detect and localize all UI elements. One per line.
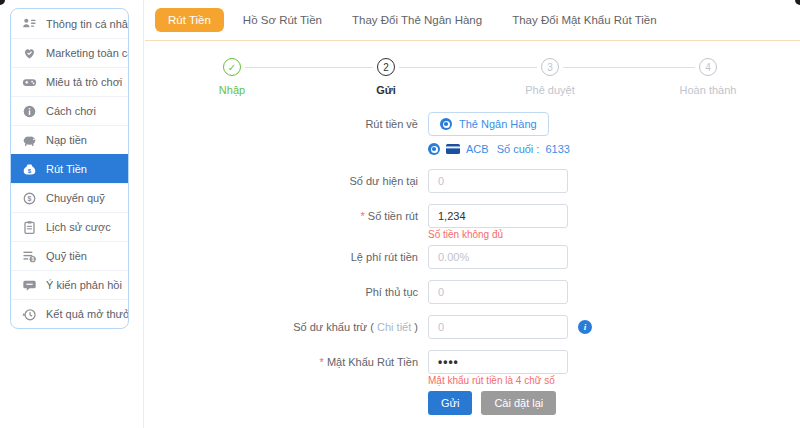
bank-card-option-label: Thẻ Ngân Hàng [459, 118, 537, 130]
sidebar-item-global-marketing[interactable]: Marketing toàn cầu [11, 38, 128, 67]
step-label-input: Nhập [167, 84, 297, 96]
sidebar-content-divider [143, 0, 144, 428]
withdraw-progress-stepper: ✓ 2 3 4 Nhập Gửi Phê duyệt Hoàn thành [145, 58, 800, 104]
current-balance-input[interactable] [428, 169, 568, 193]
reset-button[interactable]: Cài đặt lại [481, 391, 556, 415]
sidebar-item-label: Nạp tiền [46, 134, 87, 146]
required-mark: * [361, 210, 365, 222]
withdraw-password-label: Mật Khẩu Rút Tiền [327, 356, 418, 368]
sidebar-item-withdraw[interactable]: $ Rút Tiền [11, 154, 128, 183]
sidebar-item-feedback[interactable]: Ý kiến phản hồi [11, 270, 128, 299]
selected-bank-row[interactable]: ACB Số cuối : 6133 [428, 141, 800, 157]
step-circle-approve: 3 [541, 58, 559, 76]
info-circle-icon [22, 104, 37, 119]
step-label-approve: Phê duyệt [485, 84, 615, 96]
step-label-send: Gửi [321, 84, 451, 96]
bank-card-option-button[interactable]: Thẻ Ngân Hàng [428, 112, 549, 136]
dollar-circle-icon: $ [22, 191, 37, 206]
sidebar-item-label: Ý kiến phản hồi [46, 279, 122, 291]
sidebar: Thông tin cá nhân Marketing toàn cầu Miê… [10, 8, 129, 329]
sidebar-item-personal-info[interactable]: Thông tin cá nhân [11, 9, 128, 38]
form-actions: Gửi Cài đặt lại [428, 391, 800, 415]
sidebar-item-label: Kết quả mở thưởng [46, 308, 129, 320]
sidebar-item-game-description[interactable]: Miêu tả trò chơi [11, 67, 128, 96]
withdraw-amount-input[interactable] [428, 204, 568, 228]
sidebar-item-label: Chuyển quỹ [46, 192, 105, 204]
radio-selected-icon [440, 118, 452, 130]
tab-change-withdraw-password[interactable]: Thay Đổi Mật Khẩu Rút Tiền [497, 8, 671, 32]
step-circle-input: ✓ [223, 58, 241, 76]
current-balance-label: Số dư hiện tại [145, 169, 428, 193]
bank-last-digits: 6133 [545, 143, 569, 155]
sidebar-item-label: Thông tin cá nhân [46, 18, 129, 30]
deducted-balance-label-suffix: ) [414, 321, 418, 333]
money-bag-icon: $ [22, 162, 37, 177]
required-mark: * [320, 356, 324, 368]
withdraw-amount-error: Số tiền không đủ [428, 230, 568, 240]
withdraw-password-input[interactable] [428, 350, 568, 374]
comment-icon [22, 278, 37, 293]
badge-heart-icon [22, 46, 37, 61]
step-connector [399, 67, 537, 68]
ledger-dollar-icon: $ [22, 249, 37, 264]
current-balance-row: Số dư hiện tại [145, 169, 800, 193]
tab-withdraw[interactable]: Rút Tiền [155, 8, 224, 32]
withdraw-to-label: Rút tiền về [145, 112, 428, 136]
tab-change-bank-card[interactable]: Thay Đổi Thẻ Ngân Hàng [337, 8, 497, 32]
step-circle-send: 2 [377, 58, 395, 76]
detail-link[interactable]: Chi tiết [377, 321, 411, 333]
sidebar-item-lottery-results[interactable]: Kết quả mở thưởng [11, 299, 128, 328]
withdraw-fee-row: Lệ phí rút tiền [145, 245, 800, 269]
step-label-complete: Hoàn thành [643, 84, 773, 96]
deducted-balance-label: Số dư khấu trừ ( [293, 321, 374, 333]
main-content: Rút Tiền Hồ Sơ Rút Tiền Thay Đổi Thẻ Ngâ… [145, 0, 800, 428]
step-connector [245, 67, 373, 68]
sidebar-item-bet-history[interactable]: Lịch sử cược [11, 212, 128, 241]
user-card-icon [22, 16, 37, 31]
info-icon[interactable]: i [578, 320, 592, 334]
processing-fee-row: Phí thủ tục [145, 280, 800, 304]
bank-name: ACB [466, 143, 489, 155]
processing-fee-label: Phí thủ tục [145, 280, 428, 304]
bank-last-digits-label: Số cuối : [497, 143, 540, 155]
processing-fee-input[interactable] [428, 280, 568, 304]
step-circle-complete: 4 [699, 58, 717, 76]
withdraw-form: Rút tiền về Thẻ Ngân Hàng ACB Số cuối : … [145, 112, 800, 415]
tab-bar: Rút Tiền Hồ Sơ Rút Tiền Thay Đổi Thẻ Ngâ… [145, 0, 800, 41]
sidebar-item-deposit[interactable]: Nạp tiền [11, 125, 128, 154]
withdraw-amount-label: Số tiền rút [368, 210, 418, 222]
sidebar-item-label: Cách chơi [46, 105, 96, 117]
withdraw-fee-input[interactable] [428, 245, 568, 269]
withdraw-to-row: Rút tiền về Thẻ Ngân Hàng [145, 112, 800, 136]
withdraw-password-row: *Mật Khẩu Rút Tiền Mật khẩu rút tiền là … [145, 350, 800, 386]
svg-text:$: $ [28, 195, 32, 203]
sidebar-item-money-fund[interactable]: $ Quỹ tiền [11, 241, 128, 270]
svg-text:$: $ [31, 257, 34, 262]
sidebar-item-label: Rút Tiền [46, 163, 87, 175]
radio-selected-icon [428, 143, 440, 155]
sidebar-item-label: Miêu tả trò chơi [46, 76, 122, 88]
clipboard-icon [22, 220, 37, 235]
withdraw-amount-row: *Số tiền rút Số tiền không đủ [145, 204, 800, 240]
window-corner-artifact [0, 0, 5, 5]
deducted-balance-row: Số dư khấu trừ ( Chi tiết ) i [145, 315, 800, 339]
tab-withdraw-records[interactable]: Hồ Sơ Rút Tiền [228, 8, 337, 32]
sidebar-item-how-to-play[interactable]: Cách chơi [11, 96, 128, 125]
withdraw-fee-label: Lệ phí rút tiền [145, 245, 428, 269]
sidebar-item-label: Lịch sử cược [46, 221, 111, 233]
bank-card-icon [446, 144, 460, 154]
piggy-bank-icon [22, 133, 37, 148]
sidebar-item-label: Marketing toàn cầu [46, 47, 129, 59]
step-connector [563, 67, 695, 68]
gamepad-icon [22, 75, 37, 90]
withdraw-password-hint: Mật khẩu rút tiền là 4 chữ số [428, 376, 568, 386]
history-clock-icon [22, 307, 37, 322]
sidebar-item-label: Quỹ tiền [46, 250, 87, 262]
sidebar-item-fund-transfer[interactable]: $ Chuyển quỹ [11, 183, 128, 212]
deducted-balance-input[interactable] [428, 315, 568, 339]
submit-button[interactable]: Gửi [428, 391, 472, 415]
